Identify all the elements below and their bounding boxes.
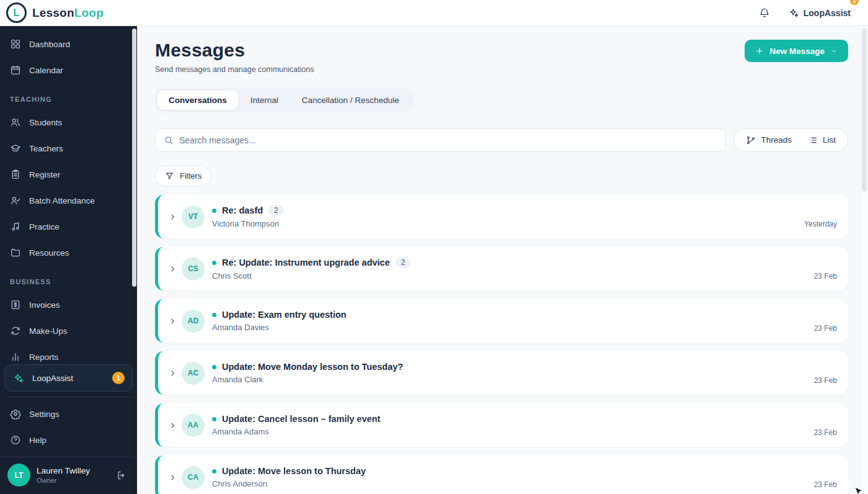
- chevron-right-icon[interactable]: [166, 317, 179, 326]
- threads-icon: [746, 135, 756, 145]
- view-toggle-list[interactable]: List: [800, 131, 844, 150]
- sidebar-section-label: BUSINESS: [0, 266, 137, 292]
- tab-cancellation-reschedule[interactable]: Cancellation / Reschedule: [291, 91, 410, 110]
- user-profile[interactable]: LT Lauren Twilley Owner: [0, 457, 137, 494]
- sidebar-scrollbar[interactable]: [132, 29, 136, 287]
- sidebar-item-invoices[interactable]: Invoices: [0, 292, 137, 318]
- tab-conversations[interactable]: Conversations: [157, 91, 238, 110]
- unread-dot-icon: [212, 209, 216, 213]
- sidebar-item-label: Invoices: [29, 300, 60, 310]
- message-subject: Update: Exam entry question: [222, 310, 347, 320]
- avatar: LT: [7, 464, 30, 487]
- view-toggle-label: Threads: [761, 135, 792, 145]
- message-date: 23 Feb: [814, 324, 837, 333]
- sidebar-item-label: Dashboard: [29, 40, 70, 49]
- view-toggle-threads[interactable]: Threads: [738, 131, 800, 150]
- new-message-button[interactable]: New Message: [745, 40, 848, 62]
- chevron-right-icon[interactable]: [166, 212, 179, 222]
- chevron-right-icon[interactable]: [166, 369, 179, 378]
- avatar: CS: [182, 258, 205, 281]
- message-date: Yesterday: [804, 220, 837, 228]
- chevron-right-icon[interactable]: [166, 473, 179, 482]
- sidebar-item-label: Reports: [29, 353, 58, 362]
- search-box[interactable]: [155, 128, 726, 151]
- sidebar-item-label: Students: [29, 118, 62, 127]
- logo-letter: L: [13, 7, 19, 19]
- brand-name: LessonLoop: [32, 6, 104, 20]
- sidebar-item-dashboard[interactable]: Dashboard: [0, 31, 137, 57]
- user-check-icon: [10, 195, 21, 206]
- main-content: Messages Send messages and manage commun…: [137, 26, 868, 494]
- sidebar-nav: DashboardCalendarTEACHINGStudentsTeacher…: [0, 26, 137, 374]
- message-date: 23 Feb: [814, 376, 837, 385]
- sidebar-item-label: Settings: [29, 410, 60, 419]
- message-sender: Amanda Davies: [212, 323, 814, 332]
- avatar: AA: [182, 414, 205, 437]
- message-list: VTRe: dasfd2Victoria ThompsonYesterdayCS…: [155, 195, 848, 494]
- clipboard-icon: [10, 169, 21, 180]
- invoice-icon: [10, 299, 21, 310]
- chevron-right-icon[interactable]: [166, 264, 179, 274]
- message-sender: Chris Scott: [212, 271, 814, 281]
- view-toggle-label: List: [823, 135, 836, 145]
- brand-name-primary: Lesson: [32, 6, 74, 19]
- logo-icon: L: [6, 2, 27, 23]
- message-row[interactable]: CSRe: Update: Instrument upgrade advice2…: [155, 247, 848, 290]
- sidebar-item-batch-attendance[interactable]: Batch Attendance: [0, 187, 137, 213]
- page-scrollbar[interactable]: [860, 27, 868, 494]
- sidebar-item-students[interactable]: Students: [0, 109, 137, 135]
- filters-button[interactable]: Filters: [155, 166, 211, 186]
- sidebar-bottom: LoopAssist 1 Settings Help LT Lauren Twi…: [0, 362, 137, 494]
- message-sender: Victoria Thompson: [212, 219, 804, 228]
- sparkles-icon: [788, 7, 799, 19]
- logout-icon[interactable]: [116, 470, 127, 481]
- loopassist-header-badge: 1: [849, 0, 860, 6]
- message-sender: Amanda Clark: [212, 375, 814, 384]
- funnel-icon: [165, 171, 174, 181]
- sidebar-item-loopassist[interactable]: LoopAssist 1: [4, 364, 133, 392]
- loopassist-header-button[interactable]: LoopAssist 1: [787, 5, 852, 21]
- sidebar-item-teachers[interactable]: Teachers: [0, 135, 137, 161]
- chevron-right-icon[interactable]: [166, 421, 179, 430]
- scrollbar-thumb[interactable]: [862, 28, 867, 192]
- chevron-down-icon: [830, 47, 838, 55]
- sidebar: DashboardCalendarTEACHINGStudentsTeacher…: [0, 26, 137, 494]
- sidebar-item-settings[interactable]: Settings: [0, 401, 137, 427]
- message-row[interactable]: AAUpdate: Cancel lesson – family eventAm…: [155, 403, 848, 447]
- brand-logo[interactable]: L LessonLoop: [6, 2, 104, 23]
- sidebar-item-label: Practice: [29, 222, 60, 231]
- notification-bell-icon[interactable]: [758, 7, 771, 19]
- message-date: 23 Feb: [814, 272, 837, 281]
- search-icon: [164, 135, 174, 145]
- message-row[interactable]: VTRe: dasfd2Victoria ThompsonYesterday: [155, 195, 848, 238]
- message-sender: Chris Anderson: [212, 479, 814, 488]
- user-role: Owner: [37, 477, 110, 484]
- sidebar-item-practice[interactable]: Practice: [0, 213, 137, 240]
- user-name: Lauren Twilley: [37, 466, 110, 475]
- search-input[interactable]: [179, 135, 717, 145]
- sidebar-item-label: Teachers: [29, 144, 63, 153]
- sidebar-item-resources[interactable]: Resources: [0, 240, 137, 266]
- loopassist-sidebar-label: LoopAssist: [32, 374, 104, 383]
- message-row[interactable]: ACUpdate: Move Monday lesson to Tuesday?…: [155, 351, 848, 395]
- unread-dot-icon: [212, 469, 216, 474]
- avatar: VT: [182, 205, 205, 228]
- sidebar-item-make-ups[interactable]: Make-Ups: [0, 318, 137, 344]
- refresh-icon: [10, 325, 21, 336]
- message-row[interactable]: CAUpdate: Move lesson to ThursdayChris A…: [155, 456, 848, 494]
- gear-icon: [10, 408, 21, 420]
- sidebar-item-label: Register: [29, 170, 60, 179]
- message-count-badge: 2: [396, 257, 411, 268]
- sparkles-icon: [12, 372, 24, 384]
- filters-label: Filters: [180, 171, 202, 181]
- message-subject: Update: Move Monday lesson to Tuesday?: [222, 362, 403, 372]
- tab-internal[interactable]: Internal: [239, 91, 290, 110]
- calendar-icon: [10, 65, 21, 76]
- sidebar-item-label: Batch Attendance: [29, 196, 95, 205]
- sidebar-item-register[interactable]: Register: [0, 161, 137, 187]
- unread-dot-icon: [212, 417, 216, 421]
- help-icon: [10, 434, 21, 446]
- message-row[interactable]: ADUpdate: Exam entry questionAmanda Davi…: [155, 299, 848, 343]
- sidebar-item-help[interactable]: Help: [0, 427, 137, 453]
- sidebar-item-calendar[interactable]: Calendar: [0, 57, 137, 83]
